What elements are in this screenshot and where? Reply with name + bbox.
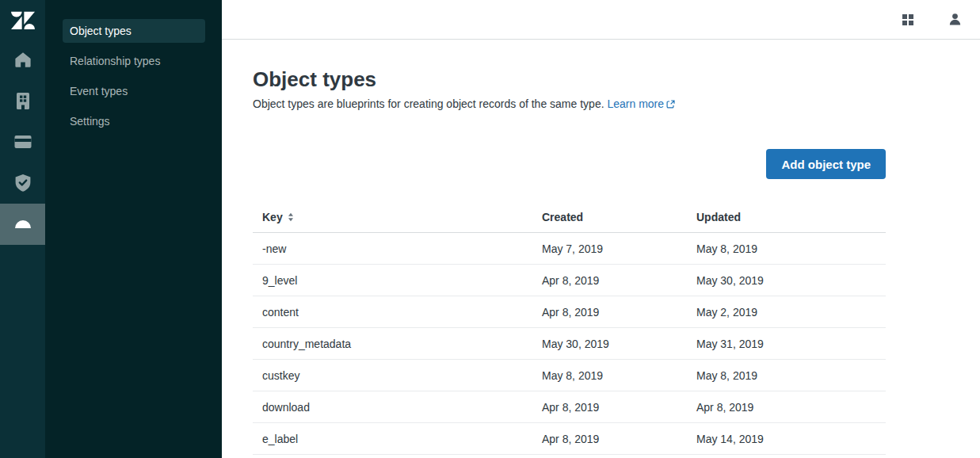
cell-created: Apr 8, 2019 (542, 401, 696, 414)
rail-item-security[interactable] (0, 162, 45, 204)
table-row[interactable]: e_label Apr 8, 2019 May 14, 2019 (253, 423, 886, 455)
rail-item-organizations[interactable] (0, 80, 45, 121)
cell-updated: May 8, 2019 (696, 369, 886, 382)
add-object-type-button[interactable]: Add object type (766, 149, 886, 179)
learn-more-link[interactable]: Learn more (607, 97, 675, 110)
cell-key: 9_level (253, 274, 542, 287)
cell-updated: May 31, 2019 (696, 338, 886, 350)
table-row[interactable]: country_metadata May 30, 2019 May 31, 20… (253, 328, 886, 360)
page-title: Object types (253, 68, 886, 90)
cell-updated: May 2, 2019 (696, 306, 886, 319)
cell-created: Apr 8, 2019 (542, 274, 696, 287)
card-icon (13, 135, 32, 149)
column-header-key[interactable]: Key (253, 211, 542, 223)
cell-updated: May 30, 2019 (696, 274, 886, 287)
rail-item-views[interactable] (0, 121, 45, 162)
table-body: -new May 7, 2019 May 8, 2019 9_level Apr… (253, 233, 886, 455)
cell-updated: May 8, 2019 (696, 242, 886, 255)
table-header-row: Key Created Updated (253, 202, 886, 233)
sidebar-nav-item[interactable]: Event types (63, 79, 205, 103)
cell-created: May 30, 2019 (542, 338, 696, 350)
rail-item-sunshine[interactable] (0, 204, 45, 245)
column-header-created: Created (542, 211, 696, 223)
cell-key: -new (253, 242, 542, 255)
cell-updated: May 14, 2019 (696, 433, 886, 445)
description-text: Object types are blueprints for creating… (253, 97, 604, 110)
cell-updated: Apr 8, 2019 (696, 401, 886, 414)
table-row[interactable]: -new May 7, 2019 May 8, 2019 (253, 233, 886, 265)
page-description: Object types are blueprints for creating… (253, 96, 886, 112)
top-bar (222, 0, 980, 40)
cell-created: Apr 8, 2019 (542, 306, 696, 319)
building-icon (13, 92, 32, 110)
sidebar-nav-item[interactable]: Settings (63, 109, 205, 133)
app-grid-button[interactable] (902, 13, 914, 26)
cell-key: download (253, 401, 542, 414)
cell-key: content (253, 306, 542, 319)
icon-rail (0, 0, 45, 458)
cell-key: custkey (253, 369, 542, 382)
learn-more-label: Learn more (607, 97, 664, 110)
sunshine-dome-icon (15, 220, 31, 228)
zendesk-logo-icon (11, 10, 35, 29)
user-icon (948, 13, 962, 26)
table-row[interactable]: 9_level Apr 8, 2019 May 30, 2019 (253, 265, 886, 296)
home-icon (14, 52, 32, 67)
table-row[interactable]: custkey May 8, 2019 May 8, 2019 (253, 360, 886, 391)
shield-check-icon (14, 174, 32, 193)
table-row[interactable]: download Apr 8, 2019 Apr 8, 2019 (253, 391, 886, 423)
object-types-table: Key Created Updated -new May 7, 2019 May… (253, 202, 886, 455)
cell-created: Apr 8, 2019 (542, 433, 696, 445)
sidebar-nav: Object types Relationship types Event ty… (45, 0, 222, 458)
column-header-updated: Updated (696, 211, 886, 223)
sidebar-nav-item[interactable]: Object types (63, 19, 205, 43)
cell-created: May 8, 2019 (542, 369, 696, 382)
cell-key: e_label (253, 433, 542, 445)
external-link-icon (666, 100, 675, 109)
table-row[interactable]: content Apr 8, 2019 May 2, 2019 (253, 296, 886, 328)
cell-created: May 7, 2019 (542, 242, 696, 255)
sidebar-nav-item[interactable]: Relationship types (63, 49, 205, 73)
column-header-key-label: Key (262, 211, 283, 223)
zendesk-logo[interactable] (0, 0, 45, 39)
grid-icon (902, 13, 914, 26)
actions-row: Add object type (253, 149, 886, 179)
sort-icon[interactable] (288, 212, 294, 222)
cell-key: country_metadata (253, 338, 542, 350)
rail-item-home[interactable] (0, 39, 45, 80)
main-content: Object types Object types are blueprints… (222, 40, 980, 458)
user-menu-button[interactable] (948, 13, 962, 26)
